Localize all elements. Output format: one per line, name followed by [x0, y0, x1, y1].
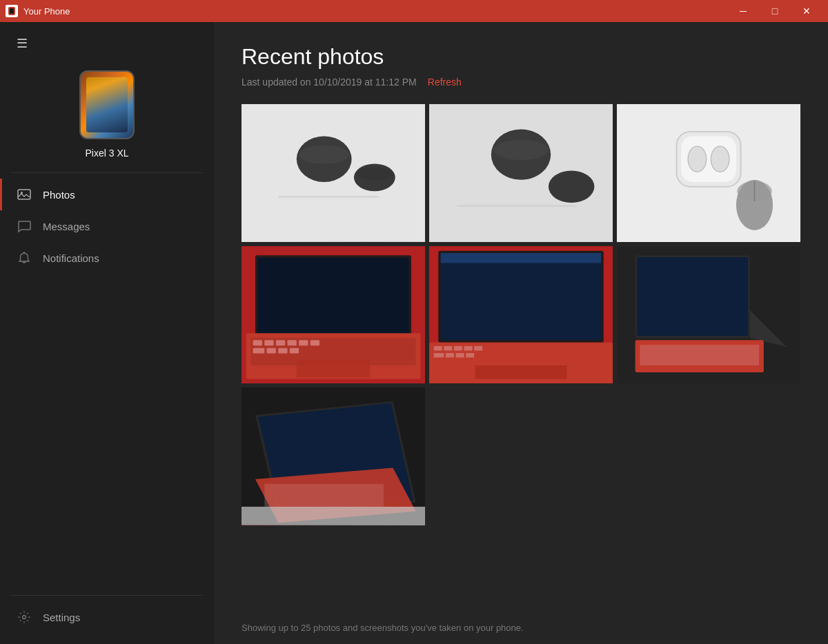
svg-rect-32	[276, 340, 285, 345]
svg-rect-34	[299, 340, 308, 345]
svg-rect-11	[278, 196, 379, 198]
photo-item[interactable]	[241, 246, 425, 384]
svg-point-10	[356, 168, 393, 181]
svg-point-20	[688, 146, 707, 172]
sidebar-item-messages[interactable]: Messages	[0, 210, 214, 242]
app-icon	[6, 5, 18, 17]
last-updated-text: Last updated on 10/10/2019 at 11:12 PM	[241, 77, 417, 88]
page-title: Recent photos	[241, 44, 800, 70]
svg-rect-36	[253, 348, 265, 353]
maximize-button[interactable]: □	[759, 0, 791, 22]
content-header: Recent photos Last updated on 10/10/2019…	[214, 22, 828, 104]
sidebar-bottom: Settings	[0, 595, 214, 644]
hamburger-button[interactable]: ☰	[11, 33, 33, 54]
svg-rect-35	[310, 340, 319, 345]
photo-grid	[241, 104, 800, 525]
svg-point-4	[21, 192, 23, 194]
svg-rect-55	[475, 365, 567, 379]
sidebar-item-notifications[interactable]: Notifications	[0, 242, 214, 274]
close-button[interactable]: ✕	[791, 0, 822, 22]
svg-rect-16	[457, 205, 576, 207]
notifications-label: Notifications	[43, 252, 99, 264]
settings-label: Settings	[43, 612, 80, 623]
main-content: Recent photos Last updated on 10/10/2019…	[214, 22, 828, 644]
window-controls: ─ □ ✕	[727, 0, 822, 22]
sidebar: ☰ Pixel 3 XL Photos	[0, 22, 214, 644]
svg-rect-39	[290, 348, 299, 353]
photo-item[interactable]	[429, 246, 613, 384]
svg-rect-31	[264, 340, 273, 345]
sidebar-header: ☰	[0, 22, 214, 59]
svg-point-2	[11, 14, 12, 15]
footer-text: Showing up to 25 photos and screenshots …	[214, 614, 828, 644]
messages-label: Messages	[43, 221, 90, 232]
notifications-icon	[17, 250, 32, 265]
svg-rect-3	[18, 190, 30, 199]
photo-item[interactable]	[617, 246, 800, 384]
app-content: ☰ Pixel 3 XL Photos	[0, 22, 828, 644]
svg-point-15	[549, 170, 595, 203]
svg-rect-40	[297, 359, 370, 376]
svg-rect-61	[640, 344, 759, 365]
photos-icon	[17, 187, 32, 202]
svg-rect-38	[278, 348, 287, 353]
svg-rect-47	[444, 345, 452, 350]
subtitle-row: Last updated on 10/10/2019 at 11:12 PM R…	[241, 77, 800, 88]
nav-section: Photos Messages Notifications	[0, 173, 214, 595]
sidebar-item-settings[interactable]: Settings	[0, 601, 214, 633]
photo-item[interactable]	[429, 104, 613, 242]
svg-rect-48	[454, 345, 462, 350]
svg-rect-33	[288, 340, 297, 345]
svg-rect-53	[456, 352, 464, 357]
svg-rect-54	[466, 352, 474, 357]
svg-rect-49	[464, 345, 473, 350]
svg-rect-43	[441, 252, 602, 339]
svg-point-21	[711, 146, 729, 172]
phone-name: Pixel 3 XL	[85, 148, 128, 159]
title-bar: Your Phone ─ □ ✕	[0, 0, 828, 22]
svg-point-8	[299, 145, 349, 164]
svg-point-5	[23, 616, 26, 619]
svg-rect-58	[637, 256, 748, 335]
svg-rect-66	[241, 507, 425, 525]
svg-point-14	[493, 140, 549, 160]
photo-item[interactable]	[617, 104, 800, 242]
svg-rect-51	[434, 352, 444, 357]
messages-icon	[17, 219, 32, 234]
svg-rect-44	[441, 252, 602, 263]
settings-icon	[17, 610, 32, 625]
svg-rect-37	[267, 348, 276, 353]
photo-item[interactable]	[241, 388, 425, 525]
photos-label: Photos	[43, 189, 75, 201]
svg-rect-30	[253, 340, 262, 345]
svg-rect-46	[434, 345, 442, 350]
svg-rect-50	[474, 345, 482, 350]
phone-image	[79, 70, 135, 139]
minimize-button[interactable]: ─	[727, 0, 759, 22]
title-bar-title: Your Phone	[23, 6, 70, 17]
svg-rect-27	[257, 257, 408, 335]
svg-rect-1	[10, 8, 14, 14]
sidebar-divider-bottom	[11, 595, 203, 596]
sidebar-item-photos[interactable]: Photos	[0, 179, 214, 210]
svg-rect-52	[446, 352, 454, 357]
title-bar-left: Your Phone	[6, 5, 70, 17]
photo-grid-container[interactable]	[214, 104, 828, 614]
svg-rect-67	[264, 484, 384, 507]
phone-section: Pixel 3 XL	[0, 59, 214, 172]
photo-item[interactable]	[241, 104, 425, 242]
refresh-button[interactable]: Refresh	[428, 77, 462, 88]
